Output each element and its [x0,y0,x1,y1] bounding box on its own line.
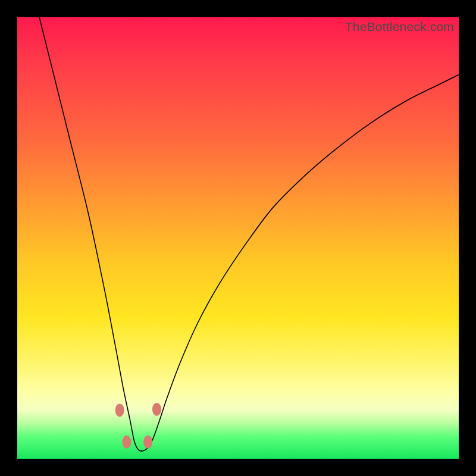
curve-marker [143,436,152,449]
curve-marker [115,403,124,416]
outer-frame: TheBottleneck.com [0,0,476,476]
plot-area: TheBottleneck.com [17,17,459,459]
bottleneck-curve [39,17,459,451]
curve-marker [123,436,131,449]
curve-markers [115,403,161,449]
curve-marker [152,403,161,416]
chart-svg [17,17,459,459]
